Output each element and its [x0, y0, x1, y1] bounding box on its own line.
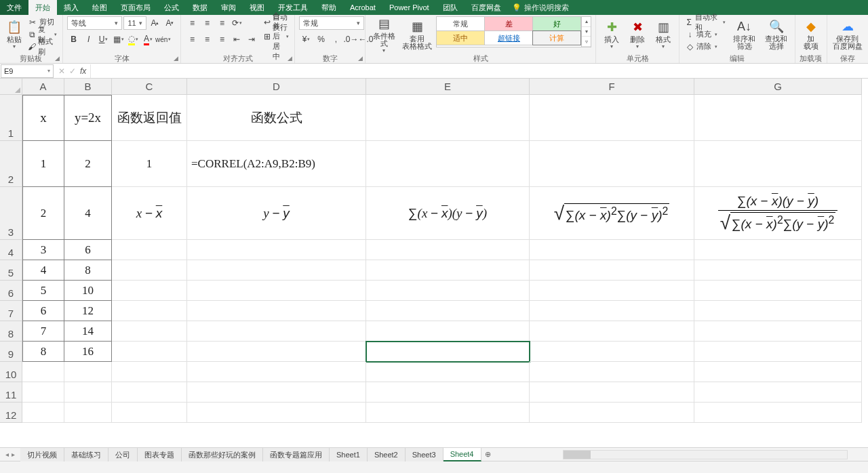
row-header-1[interactable]: 1 [0, 95, 22, 141]
cell-C8[interactable] [112, 321, 187, 342]
cell-G4[interactable] [694, 240, 862, 260]
style-calc[interactable]: 计算 [532, 30, 581, 45]
gallery-up[interactable]: ▴ [582, 17, 591, 27]
cell-F4[interactable] [530, 240, 694, 260]
row-header-8[interactable]: 8 [0, 321, 22, 342]
col-header-C[interactable]: C [112, 79, 187, 95]
gallery-down[interactable]: ▾ [582, 27, 591, 37]
cell-D9[interactable] [187, 342, 366, 362]
cell-E6[interactable] [366, 281, 530, 301]
inc-decimal-button[interactable]: .0→ [344, 33, 357, 46]
cell-B9[interactable]: 16 [64, 342, 112, 362]
font-name-combo[interactable]: 等线▾ [67, 16, 123, 30]
cell-A8[interactable]: 7 [22, 321, 64, 342]
cell-A11[interactable] [22, 382, 64, 403]
cell-E9[interactable] [366, 342, 530, 362]
cell-E4[interactable] [366, 240, 530, 260]
cell-A12[interactable] [22, 403, 64, 423]
cell-A2[interactable]: 1 [22, 141, 64, 187]
sheet-tab-切片视频[interactable]: 切片视频 [20, 448, 64, 461]
worksheet-grid[interactable]: ABCDEFG 123456789101112 xy=2x函数返回值函数公式12… [0, 79, 868, 447]
sheet-tab-Sheet4[interactable]: Sheet4 [443, 448, 481, 461]
format-as-table-button[interactable]: ▦套用 表格格式 [401, 16, 433, 53]
cell-C9[interactable] [112, 342, 187, 362]
cell-E5[interactable] [366, 260, 530, 281]
cell-F5[interactable] [530, 260, 694, 281]
conditional-formatting-button[interactable]: ▤条件格式▾ [370, 16, 398, 53]
col-header-G[interactable]: G [694, 79, 862, 95]
sheet-tab-Sheet3[interactable]: Sheet3 [406, 448, 443, 461]
style-good[interactable]: 好 [532, 16, 581, 31]
cell-E8[interactable] [366, 321, 530, 342]
cell-F8[interactable] [530, 321, 694, 342]
cell-C12[interactable] [112, 403, 187, 423]
cell-G7[interactable] [694, 301, 862, 321]
cell-C7[interactable] [112, 301, 187, 321]
merge-center-button[interactable]: ⊞合并后居中▾ [262, 30, 290, 42]
sheet-tab-公司[interactable]: 公司 [108, 448, 138, 461]
tab-baidu[interactable]: 百度网盘 [465, 0, 508, 15]
cell-G12[interactable] [694, 403, 862, 423]
cell-D4[interactable] [187, 240, 366, 260]
clear-button[interactable]: ◇清除▾ [684, 41, 727, 52]
cell-F1[interactable] [530, 95, 694, 141]
grow-font-button[interactable]: A▴ [148, 16, 161, 30]
cell-A3[interactable]: 2 [22, 187, 64, 240]
tab-team[interactable]: 团队 [436, 0, 465, 15]
cell-E10[interactable] [366, 362, 530, 382]
tell-me-search[interactable]: 💡操作说明搜索 [512, 0, 569, 15]
cell-C6[interactable] [112, 281, 187, 301]
style-link[interactable]: 超链接 [484, 30, 533, 45]
tab-home[interactable]: 开始 [28, 0, 57, 15]
align-top-button[interactable]: ≡ [185, 16, 199, 30]
cell-A7[interactable]: 6 [22, 301, 64, 321]
indent-dec-button[interactable]: ⇤ [230, 33, 243, 46]
row-header-4[interactable]: 4 [0, 240, 22, 260]
number-dialog-launcher[interactable]: ◢ [357, 55, 363, 62]
fill-button[interactable]: ↓填充▾ [684, 28, 727, 40]
font-dialog-launcher[interactable]: ◢ [172, 55, 179, 62]
font-size-combo[interactable]: 11▾ [123, 16, 146, 30]
cell-G11[interactable] [694, 382, 862, 403]
row-header-5[interactable]: 5 [0, 260, 22, 281]
indent-inc-button[interactable]: ⇥ [245, 33, 258, 46]
align-bottom-button[interactable]: ≡ [215, 16, 229, 30]
cell-E2[interactable] [366, 141, 530, 187]
cell-D7[interactable] [187, 301, 366, 321]
gallery-more[interactable]: ▿ [582, 37, 591, 47]
sheet-tab-Sheet1[interactable]: Sheet1 [330, 448, 368, 461]
cell-E7[interactable] [366, 301, 530, 321]
find-select-button[interactable]: 🔍查找和选择 [762, 16, 791, 53]
col-header-E[interactable]: E [366, 79, 530, 95]
cell-D10[interactable] [187, 362, 366, 382]
row-header-9[interactable]: 9 [0, 342, 22, 362]
cell-F2[interactable] [530, 141, 694, 187]
cell-F10[interactable] [530, 362, 694, 382]
tab-layout[interactable]: 页面布局 [114, 0, 157, 15]
col-header-A[interactable]: A [22, 79, 64, 95]
tab-acrobat[interactable]: Acrobat [343, 0, 382, 15]
cell-D2[interactable]: =CORREL(A2:A9,B2:B9) [187, 141, 366, 187]
fill-color-button[interactable]: ◌ [127, 33, 140, 46]
addins-button[interactable]: ◆加 载项 [800, 16, 823, 53]
cell-G10[interactable] [694, 362, 862, 382]
cell-F11[interactable] [530, 382, 694, 403]
cell-styles-gallery[interactable]: 常规 差 好 适中 超链接 计算 ▴▾▿ [436, 16, 591, 47]
cell-D6[interactable] [187, 281, 366, 301]
cell-B4[interactable]: 6 [64, 240, 112, 260]
cell-D12[interactable] [187, 403, 366, 423]
bold-button[interactable]: B [67, 33, 81, 46]
select-all-button[interactable] [0, 79, 22, 95]
cell-C11[interactable] [112, 382, 187, 403]
sheet-tab-基础练习[interactable]: 基础练习 [64, 448, 108, 461]
col-header-B[interactable]: B [64, 79, 112, 95]
tab-powerpivot[interactable]: Power Pivot [382, 0, 436, 15]
number-format-combo[interactable]: 常规▾ [299, 16, 364, 30]
cell-A6[interactable]: 5 [22, 281, 64, 301]
cell-G5[interactable] [694, 260, 862, 281]
row-header-11[interactable]: 11 [0, 382, 22, 403]
tab-file[interactable]: 文件 [0, 0, 28, 15]
cell-D11[interactable] [187, 382, 366, 403]
cell-G8[interactable] [694, 321, 862, 342]
orientation-button[interactable]: ⟳ [230, 16, 243, 30]
